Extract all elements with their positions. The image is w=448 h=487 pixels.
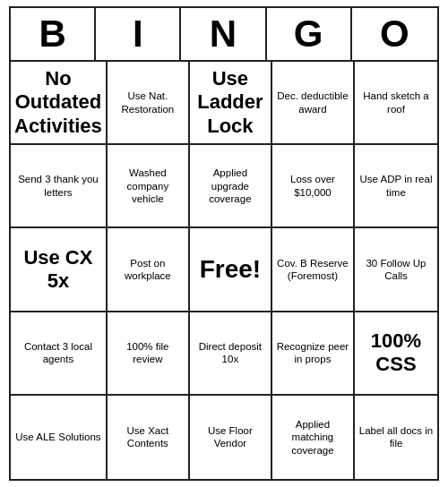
bingo-cell-20: Use ALE Solutions xyxy=(11,396,108,479)
bingo-cell-17: Direct deposit 10x xyxy=(190,312,272,396)
bingo-cell-12: Free! xyxy=(190,228,272,312)
bingo-cell-9: Use ADP in real time xyxy=(355,145,437,228)
bingo-cell-7: Applied upgrade coverage xyxy=(190,145,272,228)
bingo-cell-4: Hand sketch a roof xyxy=(355,62,437,145)
bingo-cell-14: 30 Follow Up Calls xyxy=(355,228,437,312)
bingo-cell-16: 100% file review xyxy=(108,312,190,396)
bingo-card: BINGO No Outdated ActivitiesUse Nat. Res… xyxy=(9,6,439,481)
bingo-header: BINGO xyxy=(11,8,437,62)
bingo-cell-21: Use Xact Contents xyxy=(108,396,190,479)
bingo-cell-8: Loss over $10,000 xyxy=(272,145,355,228)
header-letter-i: I xyxy=(96,8,181,60)
header-letter-b: B xyxy=(11,8,96,60)
bingo-cell-22: Use Floor Vendor xyxy=(190,396,272,479)
bingo-cell-10: Use CX 5x xyxy=(11,228,108,312)
bingo-cell-0: No Outdated Activities xyxy=(11,62,108,145)
bingo-cell-15: Contact 3 local agents xyxy=(11,312,108,396)
bingo-cell-1: Use Nat. Restoration xyxy=(108,62,190,145)
bingo-cell-18: Recognize peer in props xyxy=(272,312,355,396)
bingo-cell-23: Applied matching coverage xyxy=(272,396,355,479)
bingo-cell-5: Send 3 thank you letters xyxy=(11,145,108,228)
bingo-cell-24: Label all docs in file xyxy=(355,396,437,479)
header-letter-n: N xyxy=(181,8,266,60)
bingo-cell-3: Dec. deductible award xyxy=(272,62,355,145)
header-letter-g: G xyxy=(267,8,352,60)
header-letter-o: O xyxy=(352,8,437,60)
bingo-cell-2: Use Ladder Lock xyxy=(190,62,272,145)
bingo-cell-13: Cov. B Reserve (Foremost) xyxy=(272,228,355,312)
bingo-grid: No Outdated ActivitiesUse Nat. Restorati… xyxy=(11,62,437,479)
bingo-cell-6: Washed company vehicle xyxy=(108,145,190,228)
bingo-cell-19: 100% CSS xyxy=(355,312,437,396)
bingo-cell-11: Post on workplace xyxy=(108,228,190,312)
